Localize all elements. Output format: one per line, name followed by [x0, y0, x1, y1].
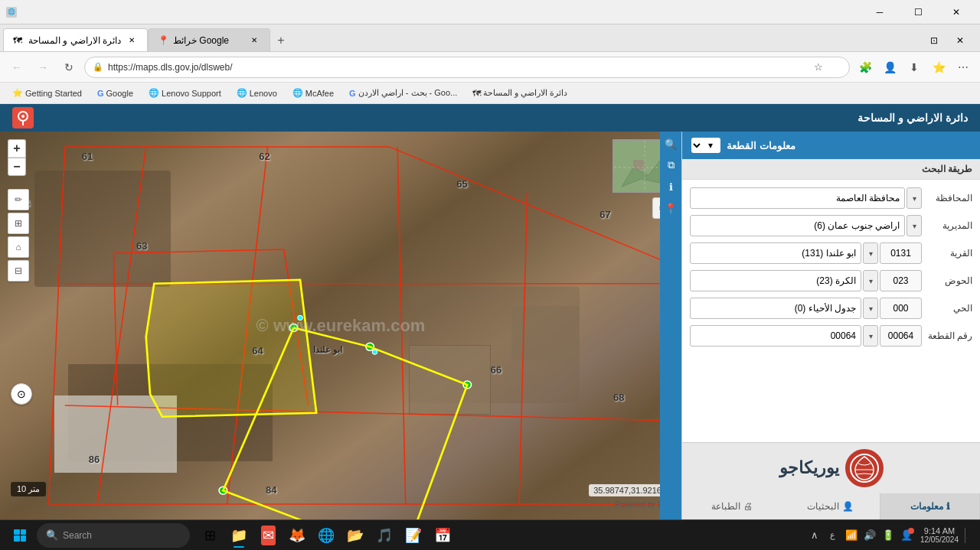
- tray-battery[interactable]: 🔋: [880, 528, 896, 543]
- mail-icon: ✉: [261, 526, 276, 545]
- tab-active[interactable]: 🗺 دائرة الاراضي و المساحة ✕: [3, 28, 148, 51]
- parcel-dropdown-arrow[interactable]: ▾: [863, 325, 878, 347]
- grid-tool[interactable]: ⊟: [8, 260, 29, 282]
- taskbar-word[interactable]: 📝: [400, 522, 427, 549]
- bookmark-label-dls: دائرة الاراضي و المساحة: [483, 88, 567, 98]
- back-button[interactable]: ←: [6, 57, 28, 78]
- tab-inactive[interactable]: 📍 خرائط Google ✕: [148, 28, 270, 51]
- tab-close-2[interactable]: ✕: [248, 34, 260, 47]
- tray-volume[interactable]: 🔊: [862, 528, 877, 543]
- right-sidebar-tools: 🔍 ⧉ ℹ 📍: [660, 132, 681, 519]
- compass[interactable]: ⊙: [11, 383, 32, 405]
- taskbar-search-text: Search: [63, 530, 92, 541]
- window-controls: ─ ☐ ✕: [862, 0, 974, 24]
- taskbar-task-view[interactable]: ⊞: [196, 522, 224, 549]
- taskbar-search-icon: 🔍: [46, 529, 58, 541]
- bookmark-lenovo[interactable]: 🌐 Lenovo: [230, 86, 283, 99]
- parcel-code-input[interactable]: [880, 325, 922, 347]
- address-bar[interactable]: 🔒 https://maps.dls.gov.jo/dlsweb/ ☆: [84, 57, 850, 78]
- taskbar-chrome[interactable]: 🌐: [312, 522, 340, 549]
- favorites-button[interactable]: ⭐: [928, 57, 949, 78]
- tray-caret[interactable]: ∧: [807, 528, 822, 543]
- svg-point-23: [372, 350, 377, 354]
- reload-button[interactable]: ↻: [58, 57, 80, 78]
- form-input-wrapper-governorate: ▾: [690, 187, 922, 209]
- forward-button[interactable]: →: [32, 57, 54, 78]
- profile-button[interactable]: 👤: [879, 57, 900, 78]
- tab-close-1[interactable]: ✕: [126, 34, 138, 47]
- taskbar-calendar[interactable]: 📅: [429, 522, 456, 549]
- governorate-dropdown-arrow[interactable]: ▾: [906, 187, 922, 209]
- parcel-input[interactable]: [690, 325, 861, 347]
- bookmark-mcafee[interactable]: 🌐 McAfee: [286, 86, 340, 99]
- taskbar-folder[interactable]: 📂: [341, 522, 369, 549]
- minimize-button[interactable]: ─: [862, 0, 897, 24]
- download-button[interactable]: ⬇: [903, 57, 925, 78]
- show-desktop-button[interactable]: [965, 528, 968, 543]
- basin-input[interactable]: [690, 270, 861, 291]
- zoom-in-button[interactable]: +: [8, 139, 26, 158]
- map-container[interactable]: 61 62 65 67 164 63 64 ابو علندا 66 68 86…: [0, 132, 681, 519]
- pencil-tool[interactable]: ✏: [8, 189, 29, 210]
- taskbar-tiktok[interactable]: 🎵: [371, 522, 398, 549]
- bookmark-lenovo-support[interactable]: 🌐 Lenovo Support: [142, 86, 227, 99]
- form-input-wrapper-neighborhood: ▾: [690, 298, 922, 319]
- bookmark-label-gs: Getting Started: [25, 89, 82, 98]
- neighborhood-dropdown-arrow[interactable]: ▾: [863, 298, 878, 319]
- bookmark-icon[interactable]: ☆: [811, 60, 826, 75]
- taskbar: 🔍 Search ⊞ 📁 ✉ 🦊 🌐 📂 🎵: [0, 519, 980, 550]
- bookmark-icon-m: 🌐: [292, 88, 303, 98]
- clock-time: 9:14 AM: [920, 526, 959, 535]
- location-sidebar-tool[interactable]: 📍: [662, 199, 680, 217]
- eureka-text: يوريكاجو: [779, 458, 839, 478]
- village-code-input[interactable]: [880, 242, 922, 264]
- taskbar-search[interactable]: 🔍 Search: [37, 523, 190, 548]
- start-button[interactable]: [6, 522, 34, 549]
- zoom-out-button[interactable]: −: [8, 158, 26, 176]
- system-clock[interactable]: 9:14 AM 12/05/2024: [917, 526, 962, 544]
- app-header-icon: [12, 107, 34, 129]
- form-label-neighborhood: الحي: [926, 303, 972, 314]
- close-tab-bar-button[interactable]: ✕: [949, 30, 971, 51]
- tray-keyboard[interactable]: ع: [825, 528, 841, 543]
- close-button[interactable]: ✕: [939, 0, 974, 24]
- footer-tab-research[interactable]: 👤 البحثيات: [781, 493, 880, 519]
- neighborhood-code-input[interactable]: [880, 298, 922, 319]
- taskbar-mail[interactable]: ✉: [254, 522, 282, 549]
- bookmark-dls[interactable]: 🗺 دائرة الاراضي و المساحة: [466, 86, 573, 99]
- extensions-button[interactable]: 🧩: [854, 57, 876, 78]
- bookmark-getting-started[interactable]: ⭐ Getting Started: [6, 86, 88, 99]
- maximize-button[interactable]: ☐: [900, 0, 936, 24]
- directorate-input[interactable]: [690, 215, 905, 236]
- village-input[interactable]: [690, 242, 861, 264]
- info-sidebar-tool[interactable]: ℹ: [662, 177, 680, 196]
- tab-favicon-2: 📍: [158, 35, 168, 46]
- search-sidebar-tool[interactable]: 🔍: [662, 135, 680, 153]
- directorate-dropdown-arrow[interactable]: ▾: [906, 215, 922, 236]
- tray-wifi[interactable]: 📶: [844, 528, 859, 543]
- new-tab-button[interactable]: +: [270, 30, 292, 51]
- restore-button[interactable]: ⊡: [923, 30, 945, 51]
- basin-code-input[interactable]: [880, 270, 922, 291]
- home-tool[interactable]: ⌂: [8, 236, 29, 258]
- layers-sidebar-tool[interactable]: ⧉: [662, 156, 680, 174]
- bookmark-google[interactable]: G Google: [91, 87, 139, 99]
- browser-actions: 🧩 👤 ⬇ ⭐ ⋯: [854, 57, 974, 78]
- village-dropdown-arrow[interactable]: ▾: [863, 242, 878, 264]
- footer-tab-print[interactable]: 🖨 الطباعة: [682, 493, 781, 519]
- print-tab-label: الطباعة: [711, 501, 740, 512]
- taskbar-firefox[interactable]: 🦊: [283, 522, 311, 549]
- menu-button[interactable]: ⋯: [952, 57, 974, 78]
- governorate-input[interactable]: [690, 187, 905, 209]
- tray-people[interactable]: 👤: [899, 528, 914, 543]
- panel-header-dropdown[interactable]: ▾: [691, 138, 720, 153]
- map-label-68: 68: [613, 392, 624, 403]
- footer-tab-info[interactable]: ℹ معلومات: [880, 493, 980, 519]
- neighborhood-input[interactable]: [690, 298, 861, 319]
- bookmark-search-ar[interactable]: G بحث - اراضي الاردن - Goo...: [343, 86, 463, 99]
- basin-dropdown-arrow[interactable]: ▾: [863, 270, 878, 291]
- taskbar-file-explorer[interactable]: 📁: [225, 522, 253, 549]
- map-label-66: 66: [491, 364, 501, 376]
- layers-tool[interactable]: ⊞: [8, 213, 29, 234]
- map-label-65: 65: [456, 178, 467, 190]
